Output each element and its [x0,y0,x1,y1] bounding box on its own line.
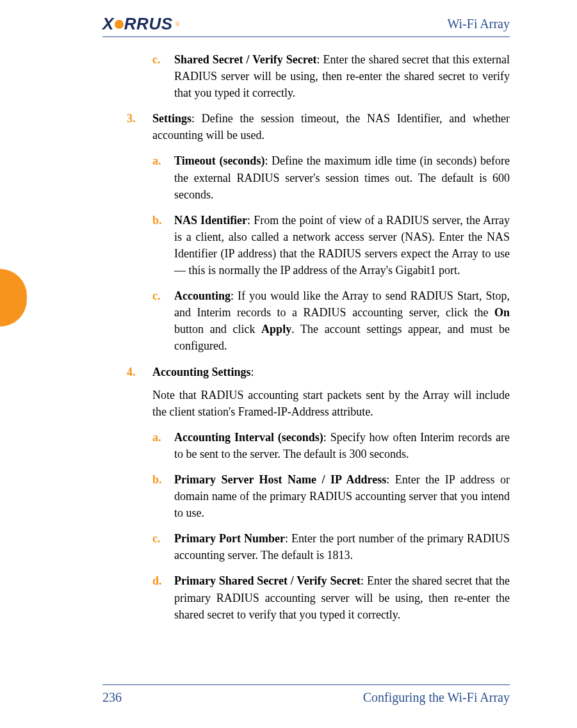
list-marker: 4. [127,364,152,380]
page-footer: 236 Configuring the Wi-Fi Array [102,684,510,705]
list-note: Note that RADIUS accounting start packet… [127,387,510,420]
page-content: c. Shared Secret / Verify Secret: Enter … [127,51,510,632]
list-lead: Shared Secret / Verify Secret [174,53,316,66]
logo-text-part2: RRUS [124,14,173,34]
list-item: b. Primary Server Host Name / IP Address… [152,471,510,521]
list-body: Settings: Define the session timeout, th… [152,110,510,143]
list-body: Accounting: If you would like the Array … [174,287,510,354]
list-lead: Primary Server Host Name / IP Address [174,473,386,486]
list-item: 3. Settings: Define the session timeout,… [127,110,510,143]
list-marker: a. [152,152,174,202]
list-marker: b. [152,212,174,279]
section-tab-icon [0,269,27,327]
list-marker: c. [152,530,174,563]
list-item: a. Accounting Interval (seconds): Specif… [152,429,510,462]
document-page: XRRUS® Wi-Fi Array c. Shared Secret / Ve… [0,0,577,728]
list-item: c. Primary Port Number: Enter the port n… [152,530,510,563]
page-header: XRRUS® Wi-Fi Array [102,14,510,37]
list-body: Timeout (seconds): Define the maximum id… [174,152,510,202]
list-marker: c. [152,287,174,354]
list-body: NAS Identifier: From the point of view o… [174,212,510,279]
list-marker: a. [152,429,174,462]
header-title: Wi-Fi Array [447,17,510,31]
list-lead: Accounting Settings [152,366,251,378]
list-lead: Timeout (seconds) [174,154,264,167]
registered-icon: ® [175,20,181,28]
list-bold: On [494,306,510,319]
list-marker: c. [152,51,174,101]
list-body: Primary Port Number: Enter the port numb… [174,530,510,563]
list-lead: NAS Identifier [174,214,247,227]
brand-logo: XRRUS® [102,14,180,34]
list-body: Accounting Interval (seconds): Specify h… [174,429,510,462]
list-lead: Accounting [174,289,231,302]
list-marker: b. [152,471,174,521]
list-item: d. Primary Shared Secret / Verify Secret… [152,572,510,622]
list-lead: Settings [152,112,191,125]
list-item: a. Timeout (seconds): Define the maximum… [152,152,510,202]
list-item: c. Shared Secret / Verify Secret: Enter … [152,51,510,101]
list-bold: Apply [261,323,291,336]
page-number: 236 [102,690,122,705]
list-item: c. Accounting: If you would like the Arr… [152,287,510,354]
list-body: Primary Shared Secret / Verify Secret: E… [174,572,510,622]
list-item: 4. Accounting Settings: [127,364,510,380]
list-marker: d. [152,572,174,622]
list-lead: Accounting Interval (seconds) [174,431,323,444]
list-text: : [251,366,254,378]
list-lead: Primary Port Number [174,532,285,545]
list-item: b. NAS Identifier: From the point of vie… [152,212,510,279]
list-lead: Primary Shared Secret / Verify Secret [174,574,361,587]
list-text: : Define the session timeout, the NAS Id… [152,112,510,142]
logo-text-part1: X [102,14,114,34]
list-body: Primary Server Host Name / IP Address: E… [174,471,510,521]
list-text: button and click [174,323,261,336]
logo-dot-icon [115,20,124,29]
footer-section-title: Configuring the Wi-Fi Array [363,690,510,705]
list-body: Accounting Settings: [152,364,510,380]
list-body: Shared Secret / Verify Secret: Enter the… [174,51,510,101]
list-note-text: Note that RADIUS accounting start packet… [152,387,510,420]
list-marker: 3. [127,110,152,143]
